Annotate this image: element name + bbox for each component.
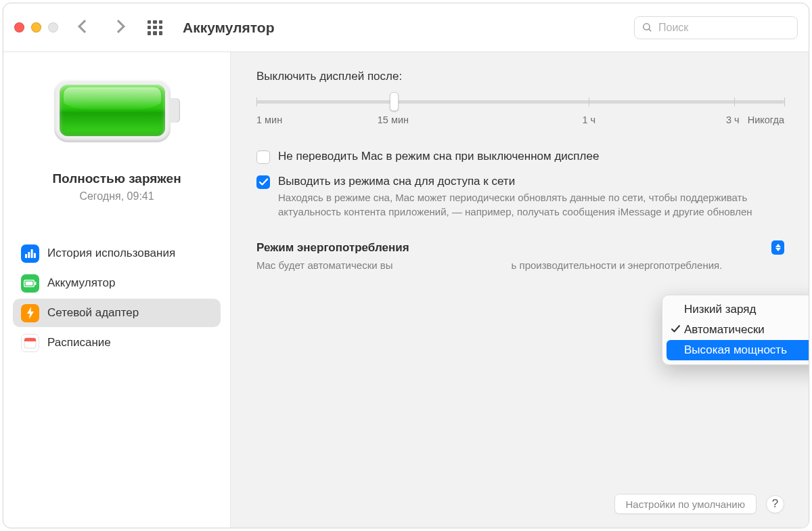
search-input[interactable] [658, 22, 790, 34]
battery-status-title: Полностью заряжен [3, 171, 230, 186]
prevent-sleep-label: Не переводить Mac в режим сна при выключ… [278, 150, 599, 163]
sidebar-tab-schedule[interactable]: Расписание [13, 328, 221, 357]
display-sleep-label: Выключить дисплей после: [256, 70, 784, 83]
energy-mode-label: Режим энергопотребления [256, 241, 409, 255]
nav-buttons [80, 22, 123, 34]
svg-rect-11 [24, 340, 36, 341]
energy-mode-option-auto[interactable]: Автоматически [667, 320, 809, 340]
svg-rect-5 [33, 253, 35, 258]
svg-line-1 [649, 29, 651, 31]
energy-mode-row: Режим энергопотребления [256, 240, 784, 255]
footer: Настройки по умолчанию ? [256, 483, 784, 514]
sidebar-tabs: История использования Аккумулятор Сетево… [3, 239, 230, 357]
sidebar-tab-label: Аккумулятор [47, 276, 115, 290]
energy-mode-menu[interactable]: Низкий заряд Автоматически Высокая мощно… [662, 295, 809, 365]
sidebar-tab-battery[interactable]: Аккумулятор [13, 269, 221, 297]
schedule-icon [21, 334, 39, 352]
slider-track [256, 100, 784, 104]
wake-for-network-checkbox[interactable] [256, 175, 270, 189]
prevent-sleep-row: Не переводить Mac в режим сна при выключ… [256, 150, 784, 164]
svg-rect-8 [26, 281, 33, 285]
help-button[interactable]: ? [766, 495, 784, 513]
svg-point-0 [644, 24, 650, 30]
svg-rect-7 [35, 282, 37, 285]
energy-mode-option-high[interactable]: Высокая мощность [667, 340, 809, 360]
minimize-window-button[interactable] [31, 22, 41, 33]
search-field[interactable] [634, 16, 798, 39]
power-adapter-icon [21, 304, 39, 322]
svg-rect-4 [30, 249, 32, 258]
sidebar-tab-label: Сетевой адаптер [47, 306, 139, 320]
search-icon [641, 22, 653, 33]
close-window-button[interactable] [14, 22, 24, 33]
forward-button [114, 22, 123, 34]
battery-icon [21, 274, 39, 293]
energy-mode-desc: Mac будет автоматически вы ь производите… [256, 259, 744, 273]
svg-rect-2 [25, 254, 27, 258]
slider-thumb[interactable] [390, 92, 399, 111]
wake-for-network-row: Выводить из режима сна для доступа к сет… [256, 175, 784, 219]
usage-history-icon [21, 245, 39, 263]
battery-status-time: Сегодня, 09:41 [3, 190, 230, 203]
battery-large-icon [54, 79, 180, 142]
energy-mode-option-low[interactable]: Низкий заряд [667, 299, 809, 320]
slider-tick-labels: 1 мин 15 мин 1 ч 3 ч Никогда [256, 114, 784, 129]
restore-defaults-button[interactable]: Настройки по умолчанию [614, 494, 757, 514]
page-title: Аккумулятор [183, 20, 275, 36]
show-all-icon[interactable] [148, 20, 162, 35]
main-content: Выключить дисплей после: 1 мин 15 мин 1 … [231, 52, 809, 528]
sidebar-tab-usage-history[interactable]: История использования [13, 239, 221, 268]
wake-for-network-label: Выводить из режима сна для доступа к сет… [278, 175, 765, 188]
checkmark-icon [671, 324, 681, 337]
sidebar-tab-power-adapter[interactable]: Сетевой адаптер [13, 299, 221, 327]
svg-rect-3 [28, 252, 30, 258]
sidebar: Полностью заряжен Сегодня, 09:41 История… [3, 52, 231, 528]
display-sleep-slider[interactable] [256, 94, 784, 110]
wake-for-network-desc: Находясь в режиме сна, Mac может периоди… [278, 191, 765, 219]
window-controls [14, 22, 58, 33]
titlebar: Аккумулятор [3, 3, 809, 52]
prevent-sleep-checkbox[interactable] [256, 150, 270, 164]
sidebar-tab-label: История использования [47, 247, 175, 260]
sidebar-tab-label: Расписание [47, 336, 111, 349]
back-button[interactable] [80, 22, 89, 34]
window-body: Полностью заряжен Сегодня, 09:41 История… [3, 52, 809, 528]
zoom-window-button [48, 22, 58, 33]
energy-mode-select-stepper[interactable] [771, 240, 784, 255]
preferences-window: Аккумулятор Полностью заряжен Сегодня, 0… [3, 3, 809, 528]
